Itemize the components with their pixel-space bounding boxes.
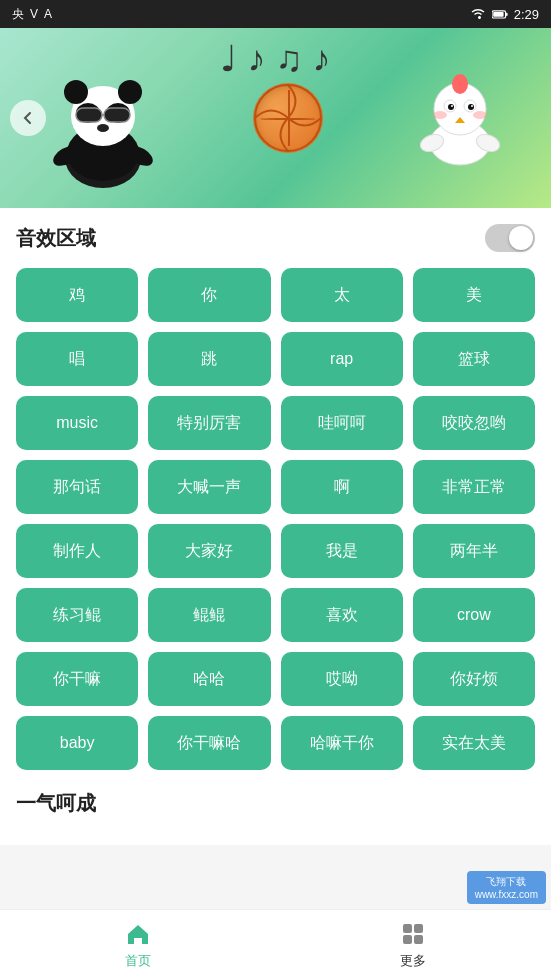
sound-btn-1[interactable]: 你 (148, 268, 270, 322)
chicken-character (418, 71, 503, 166)
section2-title: 一气呵成 (16, 790, 535, 817)
sound-btn-9[interactable]: 特别厉害 (148, 396, 270, 450)
more-icon (399, 920, 427, 948)
svg-point-25 (471, 105, 473, 107)
sound-btn-24[interactable]: 你干嘛 (16, 652, 138, 706)
status-bar-left: 央 V A (12, 6, 52, 23)
sound-btn-27[interactable]: 你好烦 (413, 652, 535, 706)
svg-rect-32 (414, 924, 423, 933)
svg-rect-1 (506, 13, 508, 16)
sound-btn-16[interactable]: 制作人 (16, 524, 138, 578)
status-bar-right: 2:29 (470, 7, 539, 22)
svg-point-27 (433, 111, 447, 119)
sound-btn-12[interactable]: 那句话 (16, 460, 138, 514)
sound-btn-21[interactable]: 鲲鲲 (148, 588, 270, 642)
sound-btn-29[interactable]: 你干嘛哈 (148, 716, 270, 770)
watermark-line2: www.fxxz.com (475, 889, 538, 900)
banner: ♩ ♪ ♫ ♪ (0, 28, 551, 208)
nav-home-label: 首页 (125, 952, 151, 970)
panda-character (48, 48, 158, 188)
sound-btn-19[interactable]: 两年半 (413, 524, 535, 578)
svg-point-7 (118, 80, 142, 104)
sound-section-title: 音效区域 (16, 225, 96, 252)
svg-rect-11 (104, 108, 130, 122)
main-content: 音效区域 鸡你太美唱跳rap篮球music特别厉害哇呵呵咬咬忽哟那句话大喊一声啊… (0, 208, 551, 845)
svg-point-13 (97, 124, 109, 132)
svg-rect-33 (403, 935, 412, 944)
sound-btn-23[interactable]: crow (413, 588, 535, 642)
svg-point-6 (64, 80, 88, 104)
sound-btn-0[interactable]: 鸡 (16, 268, 138, 322)
sound-btn-20[interactable]: 练习鲲 (16, 588, 138, 642)
back-button[interactable] (10, 100, 46, 136)
sound-btn-26[interactable]: 哎呦 (281, 652, 403, 706)
sound-btn-31[interactable]: 实在太美 (413, 716, 535, 770)
svg-point-23 (468, 104, 474, 110)
sound-btn-5[interactable]: 跳 (148, 332, 270, 386)
watermark: 飞翔下载 www.fxxz.com (467, 871, 546, 904)
sound-btn-8[interactable]: music (16, 396, 138, 450)
nav-item-home[interactable]: 首页 (0, 920, 276, 970)
svg-rect-31 (403, 924, 412, 933)
svg-point-24 (451, 105, 453, 107)
svg-point-22 (448, 104, 454, 110)
sound-toggle[interactable] (485, 224, 535, 252)
watermark-line1: 飞翔下载 (475, 875, 538, 889)
sound-btn-13[interactable]: 大喊一声 (148, 460, 270, 514)
home-icon (124, 920, 152, 948)
sound-btn-14[interactable]: 啊 (281, 460, 403, 514)
bottom-nav: 首页 更多 (0, 909, 551, 979)
sound-button-grid: 鸡你太美唱跳rap篮球music特别厉害哇呵呵咬咬忽哟那句话大喊一声啊非常正常制… (16, 268, 535, 770)
wifi-icon (470, 8, 486, 20)
sound-btn-4[interactable]: 唱 (16, 332, 138, 386)
status-bar: 央 V A 2:29 (0, 0, 551, 28)
sound-btn-2[interactable]: 太 (281, 268, 403, 322)
nav-item-more[interactable]: 更多 (276, 920, 552, 970)
svg-point-16 (255, 85, 321, 151)
svg-point-28 (473, 111, 487, 119)
sound-btn-6[interactable]: rap (281, 332, 403, 386)
svg-rect-10 (76, 108, 102, 122)
sound-btn-22[interactable]: 喜欢 (281, 588, 403, 642)
nav-more-label: 更多 (400, 952, 426, 970)
music-notes: ♩ ♪ ♫ ♪ (220, 38, 330, 80)
sound-btn-30[interactable]: 哈嘛干你 (281, 716, 403, 770)
svg-rect-34 (414, 935, 423, 944)
sound-btn-3[interactable]: 美 (413, 268, 535, 322)
svg-point-19 (452, 74, 468, 94)
basketball (253, 83, 323, 153)
time-display: 2:29 (514, 7, 539, 22)
sound-btn-11[interactable]: 咬咬忽哟 (413, 396, 535, 450)
sound-btn-18[interactable]: 我是 (281, 524, 403, 578)
sound-btn-28[interactable]: baby (16, 716, 138, 770)
sound-btn-25[interactable]: 哈哈 (148, 652, 270, 706)
sound-btn-17[interactable]: 大家好 (148, 524, 270, 578)
sound-btn-15[interactable]: 非常正常 (413, 460, 535, 514)
sound-btn-10[interactable]: 哇呵呵 (281, 396, 403, 450)
battery-icon (492, 8, 508, 20)
sound-btn-7[interactable]: 篮球 (413, 332, 535, 386)
sound-section-header: 音效区域 (16, 224, 535, 252)
svg-rect-2 (493, 12, 503, 17)
